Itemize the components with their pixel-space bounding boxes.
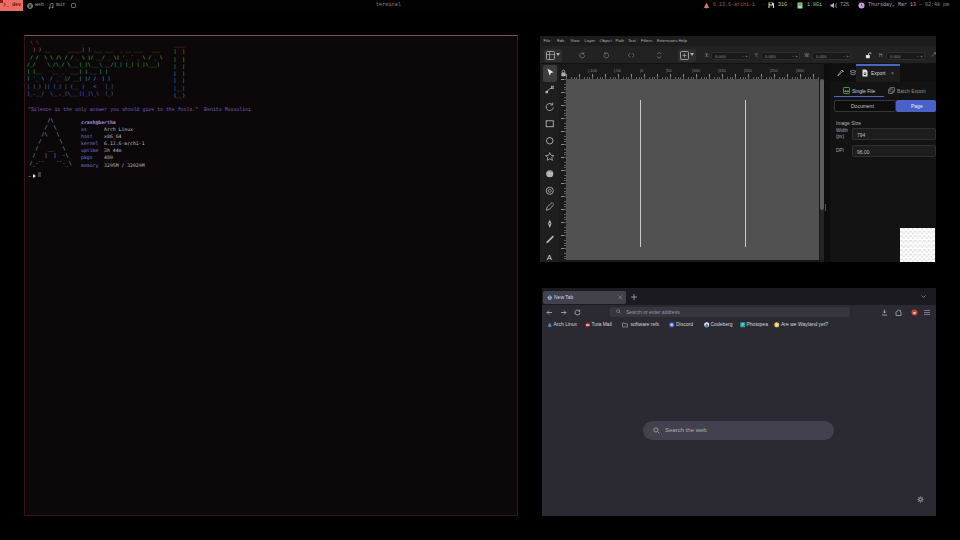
svg-text:A: A	[546, 253, 552, 262]
